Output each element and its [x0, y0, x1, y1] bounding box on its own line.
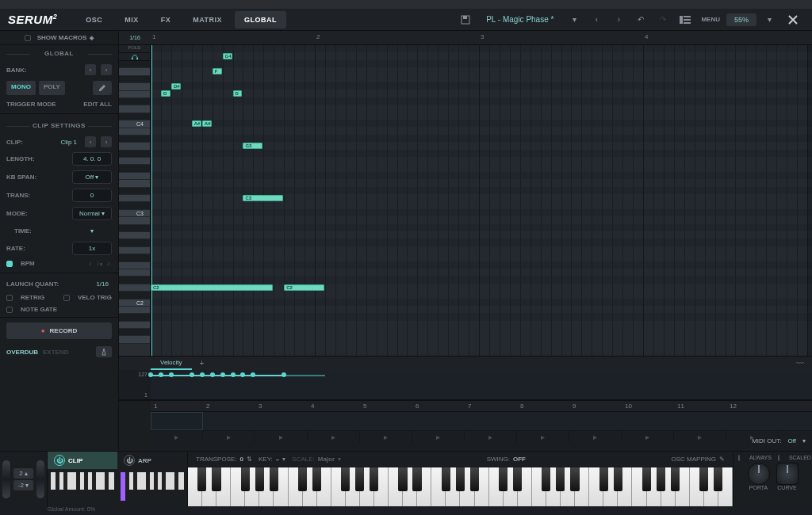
clip-play-cell[interactable]: ▸: [308, 431, 360, 442]
octave-down[interactable]: -2 ▾: [13, 480, 33, 490]
midi-note[interactable]: A#3: [202, 120, 212, 127]
swing-value[interactable]: OFF: [513, 456, 526, 463]
poly-button[interactable]: POLY: [39, 81, 65, 95]
length-value[interactable]: 4. 0. 0: [72, 152, 112, 166]
midi-note[interactable]: G3: [243, 143, 262, 149]
retrig-check[interactable]: [6, 295, 13, 301]
transpose-stepper-icon[interactable]: ⇅: [247, 456, 252, 463]
velocity-tab[interactable]: Velocity: [151, 357, 192, 370]
browser-icon[interactable]: [676, 11, 695, 29]
bank-next-icon[interactable]: ›: [101, 64, 112, 75]
clip-value[interactable]: Clip 1: [58, 137, 80, 147]
clip-play-cell[interactable]: ▸: [360, 431, 412, 442]
extend-button[interactable]: EXTEND: [43, 349, 68, 356]
close-icon[interactable]: [782, 11, 804, 29]
edit-icon[interactable]: [93, 81, 112, 95]
timeline-ruler[interactable]: 1234: [151, 31, 812, 44]
mono-button[interactable]: MONO: [6, 81, 36, 95]
rate-value[interactable]: 1x: [72, 242, 112, 255]
triplet-icon[interactable]: ♪₃: [97, 260, 102, 267]
edit-all-label[interactable]: EDIT ALL: [83, 101, 112, 108]
launch-value[interactable]: 1/16: [93, 279, 112, 289]
clip-section-tab[interactable]: ⏻ CLIP: [48, 452, 117, 469]
dotted-icon[interactable]: ♪.: [107, 260, 112, 267]
tab-matrix[interactable]: MATRIX: [183, 11, 232, 29]
curve-knob[interactable]: [776, 463, 799, 485]
midi-note[interactable]: C2: [151, 284, 273, 291]
midi-note[interactable]: D: [233, 90, 243, 97]
velocity-lane[interactable]: [151, 370, 812, 399]
time-value[interactable]: ▾: [72, 225, 112, 237]
clip-prev-icon[interactable]: ‹: [85, 136, 96, 147]
tab-mix[interactable]: MIX: [115, 11, 148, 29]
transpose-value[interactable]: 0: [240, 456, 243, 463]
clip-play-cell[interactable]: ▸: [622, 431, 674, 442]
show-macros-toggle[interactable]: SHOW MACROS◆: [0, 31, 118, 45]
clip-ruler[interactable]: 123456789101112: [151, 401, 812, 412]
clip-play-cell[interactable]: ▸: [569, 431, 622, 442]
clip-play-cell[interactable]: ▸: [412, 431, 465, 442]
note-icon[interactable]: ♪: [89, 260, 92, 267]
preset-dropdown-icon[interactable]: ▾: [565, 11, 584, 29]
preset-next-icon[interactable]: ›: [609, 11, 628, 29]
porta-knob[interactable]: [748, 463, 770, 485]
kbspan-value[interactable]: Off ▾: [72, 170, 112, 184]
octave-up[interactable]: 2 ▴: [13, 468, 33, 479]
curve-tool-icon[interactable]: 〰: [212, 357, 812, 370]
notegate-check[interactable]: [6, 307, 13, 313]
trans-value[interactable]: 0: [72, 189, 112, 202]
fold-button[interactable]: FOLD: [119, 45, 150, 53]
midi-note[interactable]: F: [213, 68, 222, 74]
midi-note[interactable]: D: [161, 90, 170, 97]
clip-row-1[interactable]: [151, 412, 812, 431]
always-check[interactable]: ALWAYS: [749, 455, 772, 461]
preset-name[interactable]: PL - Magic Phase *: [478, 12, 561, 27]
mod-wheel[interactable]: [36, 460, 44, 498]
clip-play-cell[interactable]: ▸: [674, 431, 726, 442]
disk-icon[interactable]: [456, 11, 475, 29]
midi-note[interactable]: G4: [223, 53, 232, 59]
grid-division[interactable]: 1/16: [119, 31, 151, 44]
bpm-check[interactable]: [6, 261, 13, 267]
redo-icon[interactable]: ↷: [653, 11, 672, 29]
scale-value[interactable]: Major: [318, 456, 335, 463]
headphones-icon[interactable]: [119, 53, 150, 61]
midi-note[interactable]: C3: [243, 195, 283, 201]
clip-play-cell[interactable]: ▸: [465, 431, 517, 442]
arp-section-tab[interactable]: ⏻ ARP: [117, 452, 187, 469]
clip-play-cell[interactable]: ▸: [517, 431, 569, 442]
mode-value[interactable]: Normal ▾: [72, 207, 112, 220]
clip-power-icon[interactable]: ⏻: [54, 455, 65, 466]
arp-power-icon[interactable]: ⏻: [124, 455, 135, 466]
zoom-dropdown-icon[interactable]: ▾: [760, 11, 779, 29]
main-keyboard[interactable]: [188, 467, 733, 506]
record-button[interactable]: RECORD: [6, 322, 112, 339]
clip-mini-keyboard[interactable]: [51, 472, 114, 501]
midi-note[interactable]: A#: [192, 120, 201, 127]
add-lane-icon[interactable]: +: [192, 357, 213, 370]
midi-note[interactable]: D#: [171, 83, 181, 90]
piano-roll-grid[interactable]: G4FD#DDA#A#3G3C3C2C2: [151, 45, 812, 356]
zoom-value[interactable]: 55%: [726, 13, 756, 26]
tab-osc[interactable]: OSC: [76, 11, 112, 29]
preset-prev-icon[interactable]: ‹: [587, 11, 606, 29]
velotrig-check[interactable]: [63, 295, 70, 301]
overdub-button[interactable]: OVERDUB: [6, 349, 38, 356]
pencil-icon[interactable]: ✎: [719, 456, 725, 463]
clip-play-cell[interactable]: ▸: [255, 431, 308, 442]
midi-out-value[interactable]: Off: [787, 437, 796, 444]
metronome-icon[interactable]: [96, 346, 112, 357]
midi-out-dropdown-icon[interactable]: ▾: [802, 437, 806, 444]
clip-play-cell[interactable]: ▸: [203, 431, 255, 442]
clip-play-cell[interactable]: ▸: [151, 431, 203, 442]
tab-fx[interactable]: FX: [151, 11, 181, 29]
menu-button[interactable]: MENU: [698, 11, 723, 29]
arp-mini-keyboard[interactable]: [121, 472, 184, 501]
scaled-check[interactable]: SCALED: [789, 455, 811, 461]
undo-icon[interactable]: ↶: [631, 11, 650, 29]
midi-note[interactable]: C2: [284, 284, 324, 291]
key-value[interactable]: –: [276, 456, 279, 463]
clip-next-icon[interactable]: ›: [101, 136, 112, 147]
bank-prev-icon[interactable]: ‹: [85, 64, 96, 75]
osc-mapping-button[interactable]: OSC MAPPING: [672, 456, 716, 463]
